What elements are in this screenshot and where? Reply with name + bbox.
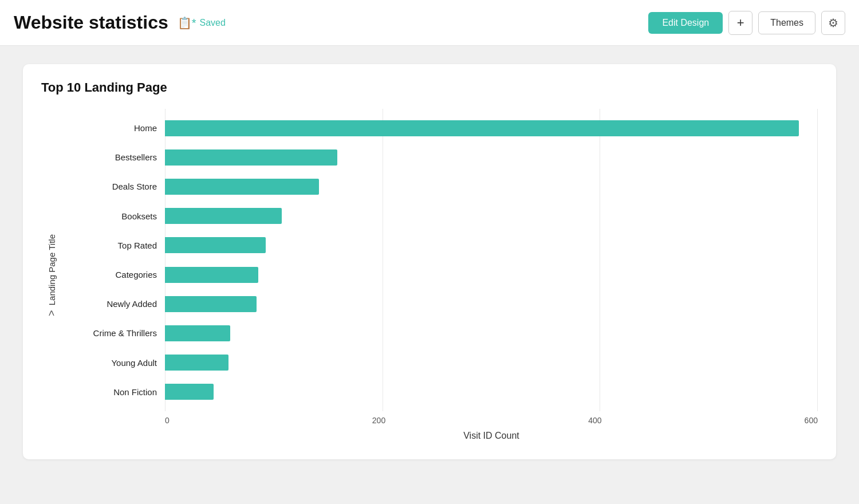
saved-icon: 📋* [178, 16, 196, 30]
x-ticks: 0200400600 [165, 416, 818, 425]
bar-fill [165, 120, 799, 136]
header-actions: Edit Design + Themes ⚙ [648, 11, 845, 35]
bar-label: Categories [62, 270, 165, 279]
bar-fill [165, 149, 337, 166]
bar-label: Newly Added [62, 299, 165, 309]
plus-icon: + [737, 15, 744, 30]
bar-track [165, 120, 818, 136]
bars-section: HomeBestsellersDeals StoreBooksetsTop Ra… [62, 109, 818, 411]
bar-fill [165, 384, 214, 400]
x-tick: 200 [372, 416, 385, 425]
bar-label: Non Fiction [62, 387, 165, 397]
bar-label: Booksets [62, 211, 165, 221]
y-axis-text: Landing Page Title [47, 234, 57, 305]
bar-fill [165, 179, 319, 195]
saved-badge: 📋* Saved [178, 16, 226, 30]
bars-container: HomeBestsellersDeals StoreBooksetsTop Ra… [62, 109, 818, 411]
bar-row: Categories [62, 263, 818, 286]
header: Website statistics 📋* Saved Edit Design … [0, 0, 859, 46]
bar-label: Deals Store [62, 182, 165, 191]
bar-label: Young Adult [62, 358, 165, 368]
bar-track [165, 296, 818, 312]
x-axis-label: Visit ID Count [62, 431, 818, 441]
chart-area: > Landing Page Title HomeBestsellersD [41, 109, 818, 441]
bar-fill [165, 296, 257, 312]
bar-label: Crime & Thrillers [62, 328, 165, 338]
chart-inner: > Landing Page Title HomeBestsellersD [41, 109, 818, 441]
bar-fill [165, 208, 282, 224]
y-axis-label: > Landing Page Title [46, 234, 58, 316]
x-tick: 400 [588, 416, 601, 425]
bar-fill [165, 325, 230, 341]
bar-track [165, 208, 818, 224]
x-axis: 0200400600 [62, 416, 818, 425]
saved-label: Saved [200, 18, 226, 28]
bar-row: Crime & Thrillers [62, 322, 818, 345]
main-content: Top 10 Landing Page > Landing Page Title [0, 46, 859, 478]
bar-track [165, 325, 818, 341]
bar-label: Home [62, 123, 165, 133]
chart-body: HomeBestsellersDeals StoreBooksetsTop Ra… [62, 109, 818, 441]
bar-fill [165, 237, 266, 253]
bar-fill [165, 267, 258, 283]
bar-track [165, 179, 818, 195]
bar-row: Deals Store [62, 175, 818, 198]
themes-button[interactable]: Themes [758, 11, 815, 34]
bar-label: Top Rated [62, 241, 165, 250]
bar-row: Young Adult [62, 351, 818, 374]
add-button[interactable]: + [728, 11, 752, 35]
page-title: Website statistics [14, 12, 168, 33]
bar-row: Top Rated [62, 234, 818, 257]
bar-row: Non Fiction [62, 380, 818, 403]
chevron-right-icon: > [46, 310, 57, 316]
bar-row: Booksets [62, 204, 818, 227]
chart-card: Top 10 Landing Page > Landing Page Title [23, 64, 836, 459]
gear-icon: ⚙ [828, 16, 838, 30]
bar-track [165, 237, 818, 253]
bar-label: Bestsellers [62, 152, 165, 162]
edit-design-button[interactable]: Edit Design [648, 12, 723, 34]
bar-row: Newly Added [62, 293, 818, 316]
bar-row: Home [62, 117, 818, 140]
x-tick: 0 [165, 416, 170, 425]
bar-track [165, 149, 818, 166]
settings-button[interactable]: ⚙ [821, 11, 845, 35]
y-axis-label-container: > Landing Page Title [41, 109, 62, 441]
bar-fill [165, 355, 228, 371]
bar-track [165, 355, 818, 371]
bar-row: Bestsellers [62, 146, 818, 169]
bar-track [165, 267, 818, 283]
x-tick: 600 [805, 416, 818, 425]
bar-track [165, 384, 818, 400]
chart-title: Top 10 Landing Page [41, 80, 818, 95]
